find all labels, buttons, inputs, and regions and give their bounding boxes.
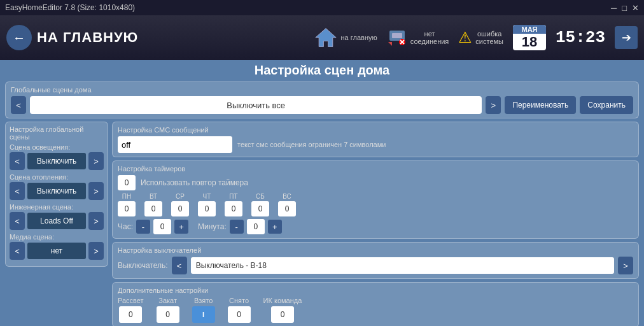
disarmed-value[interactable]: 0 (228, 306, 251, 323)
day-sun-label: ВС (283, 193, 291, 200)
lighting-prev-button[interactable]: < (10, 152, 25, 170)
additional-panel: Дополнительные настройки Рассвет 0 Закат… (112, 282, 639, 326)
rename-button[interactable]: Переименовать (505, 96, 576, 114)
switch-label: Выключатель: (118, 261, 168, 270)
ir-value[interactable]: 0 (271, 306, 294, 323)
days-row: ПН 0 ВТ 0 СР 0 ЧТ 0 (118, 193, 633, 216)
no-connection-block: нетсоединения (387, 28, 449, 47)
minimize-button[interactable]: ─ (611, 3, 617, 13)
home-status-block: на главную (314, 26, 377, 49)
global-prev-button[interactable]: < (11, 96, 26, 114)
media-label: Медиа сцена: (10, 233, 104, 241)
media-next-button[interactable]: > (88, 242, 104, 260)
close-button[interactable]: ✕ (632, 3, 639, 13)
additional-label: Дополнительные настройки (118, 287, 633, 294)
lighting-next-button[interactable]: > (88, 152, 104, 170)
sms-panel: Настройка СМС сообщений текст смс сообще… (112, 122, 639, 157)
hour-plus-button[interactable]: + (174, 220, 188, 234)
timer-repeat-value[interactable]: 0 (118, 175, 136, 190)
hour-label: Час: (118, 222, 133, 231)
heating-label: Сцена отопления: (10, 173, 104, 181)
switches-label: Настройка выключателей (118, 246, 633, 254)
save-button[interactable]: Сохранить (580, 96, 633, 114)
minute-label: Минута: (198, 222, 227, 231)
day-mon-value[interactable]: 0 (118, 201, 136, 216)
addl-sunset: Закат 0 (157, 297, 179, 323)
title-bar-text: EasyHomeEditor 7.8 (Size: 1010x480) (5, 3, 135, 12)
addl-dawn: Рассвет 0 (118, 297, 144, 323)
engineering-value[interactable]: Loads Off (27, 213, 86, 229)
armed-label: Взято (194, 297, 213, 304)
switch-next-button[interactable]: > (618, 257, 633, 274)
media-prev-button[interactable]: < (10, 242, 25, 260)
day-fri: ПТ 0 (225, 193, 242, 216)
day-tue-label: ВТ (150, 193, 157, 200)
switch-name: Выключатель - В-18 (191, 257, 614, 274)
sms-description: текст смс сообщения ограничен 7 символам… (237, 141, 386, 148)
heating-value[interactable]: Выключить (27, 183, 86, 199)
switch-row: Выключатель: < Выключатель - В-18 > (118, 257, 633, 274)
timer-label: Настройка таймеров (118, 165, 633, 173)
time-row: Час: - 0 + Минута: - 0 + (118, 219, 633, 234)
sunset-value[interactable]: 0 (157, 306, 179, 323)
title-bar-controls: ─ □ ✕ (611, 3, 639, 13)
time-display: 15:23 (556, 28, 605, 47)
main-content: Настройка сцен дома Глобальные сцены дом… (0, 60, 644, 326)
dawn-value[interactable]: 0 (119, 306, 142, 323)
hour-value[interactable]: 0 (153, 219, 171, 234)
back-button[interactable]: ← НА ГЛАВНУЮ (6, 25, 138, 50)
engineering-prev-button[interactable]: < (10, 212, 25, 230)
timer-repeat-row: 0 Использовать повтор таймера (118, 175, 633, 190)
day-sun-value[interactable]: 0 (278, 201, 296, 216)
addl-ir: ИК команда 0 (263, 297, 302, 323)
day-thu-label: ЧТ (203, 193, 211, 200)
maximize-button[interactable]: □ (622, 3, 627, 13)
addl-armed: Взято I (192, 297, 215, 323)
disarmed-label: Снято (229, 297, 249, 304)
day-wed-value[interactable]: 0 (171, 201, 189, 216)
minute-minus-button[interactable]: - (230, 220, 244, 234)
heating-prev-button[interactable]: < (10, 182, 25, 200)
calendar-month: МАЯ (513, 25, 546, 34)
right-column: Настройка СМС сообщений текст смс сообще… (112, 122, 639, 326)
day-sat-value[interactable]: 0 (251, 201, 269, 216)
media-value[interactable]: нет (27, 243, 86, 259)
sms-input[interactable] (118, 136, 232, 153)
calendar-block: МАЯ 18 (513, 25, 546, 50)
day-fri-value[interactable]: 0 (225, 201, 242, 216)
engineering-next-button[interactable]: > (88, 212, 104, 230)
global-scene-name: Выключить все (30, 96, 482, 114)
day-thu: ЧТ 0 (198, 193, 216, 216)
heating-row: < Выключить > (10, 182, 104, 200)
left-column: Настройка глобальной сцены Сцена освещен… (5, 122, 108, 326)
lighting-value[interactable]: Выключить (27, 153, 86, 169)
timer-panel: Настройка таймеров 0 Использовать повтор… (112, 160, 639, 239)
hour-minus-button[interactable]: - (136, 220, 150, 234)
global-scene-row: < Выключить все > Переименовать Сохранит… (11, 96, 633, 114)
scene-settings-label: Настройка глобальной сцены (10, 125, 104, 141)
exit-button[interactable]: ➔ (615, 26, 638, 49)
day-wed: СР 0 (171, 193, 189, 216)
warning-icon: ⚠ (458, 29, 472, 46)
day-mon: ПН 0 (118, 193, 136, 216)
wifi-icon (387, 28, 407, 46)
sms-label: Настройка СМС сообщений (118, 126, 633, 134)
day-tue-value[interactable]: 0 (144, 201, 162, 216)
global-next-button[interactable]: > (486, 96, 501, 114)
scene-settings-panel: Настройка глобальной сцены Сцена освещен… (5, 122, 108, 267)
sms-row: текст смс сообщения ограничен 7 символам… (118, 136, 633, 153)
engineering-label: Инженерная сцена: (10, 203, 104, 211)
back-label: НА ГЛАВНУЮ (37, 29, 138, 46)
day-sun: ВС 0 (278, 193, 296, 216)
global-scenes-panel: Глобальные сцены дома < Выключить все > … (5, 82, 639, 118)
switch-prev-button[interactable]: < (172, 257, 187, 274)
lighting-label: Сцена освещения: (10, 143, 104, 151)
switches-panel: Настройка выключателей Выключатель: < Вы… (112, 242, 639, 279)
ir-label: ИК команда (263, 297, 302, 304)
heating-next-button[interactable]: > (88, 182, 104, 200)
armed-value[interactable]: I (192, 306, 215, 323)
minute-value[interactable]: 0 (247, 219, 265, 234)
lighting-row: < Выключить > (10, 152, 104, 170)
day-thu-value[interactable]: 0 (198, 201, 216, 216)
minute-plus-button[interactable]: + (268, 220, 282, 234)
